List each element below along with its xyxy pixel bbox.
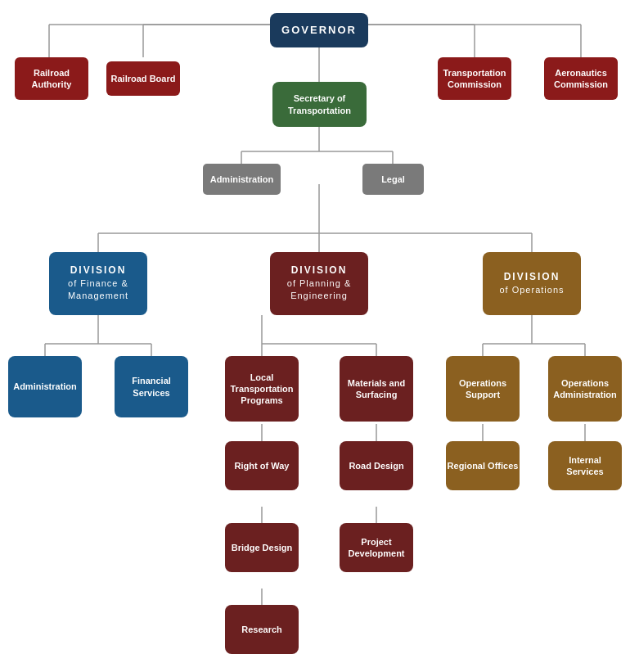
administration-bottom-node: Administration — [8, 356, 82, 417]
transportation-commission-node: TransportationCommission — [438, 57, 511, 100]
financial-services-node: FinancialServices — [115, 356, 188, 417]
legal-node: Legal — [362, 164, 424, 195]
div-planning-node: DIVISIONof Planning &Engineering — [270, 252, 368, 315]
materials-surfacing-node: Materials andSurfacing — [340, 356, 413, 422]
operations-support-node: OperationsSupport — [446, 356, 520, 422]
project-development-node: ProjectDevelopment — [340, 523, 413, 572]
road-design-node: Road Design — [340, 441, 413, 490]
secretary-node: Secretary ofTransportation — [272, 82, 367, 127]
regional-offices-node: Regional Offices — [446, 441, 520, 490]
railroad-authority-node: RailroadAuthority — [15, 57, 88, 100]
bridge-design-node: Bridge Design — [225, 523, 299, 572]
org-chart: GOVERNOR RailroadAuthority Railroad Boar… — [0, 0, 639, 33]
internal-services-node: InternalServices — [548, 441, 622, 490]
governor-node: GOVERNOR — [270, 13, 368, 47]
div-operations-node: DIVISIONof Operations — [483, 252, 581, 315]
operations-admin-node: OperationsAdministration — [548, 356, 622, 422]
administration-top-node: Administration — [203, 164, 281, 195]
div-finance-node: DIVISIONof Finance &Management — [49, 252, 147, 315]
local-transportation-node: LocalTransportationPrograms — [225, 356, 299, 422]
right-of-way-node: Right of Way — [225, 441, 299, 490]
railroad-board-node: Railroad Board — [106, 61, 180, 96]
aeronautics-commission-node: AeronauticsCommission — [544, 57, 618, 100]
research-node: Research — [225, 605, 299, 654]
